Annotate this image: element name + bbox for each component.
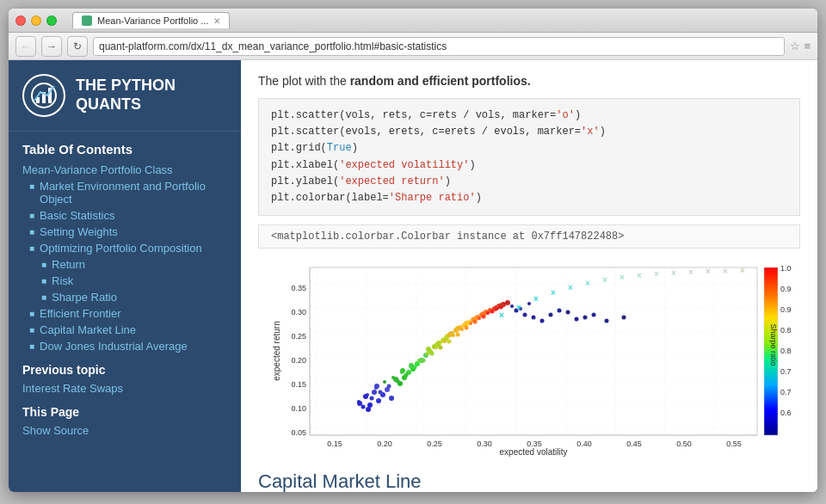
svg-point-90 — [540, 319, 545, 323]
sidebar-link-djia[interactable]: Dow Jones Industrial Average — [40, 340, 188, 353]
minimize-button[interactable] — [31, 15, 41, 26]
bullet-icon: ■ — [29, 227, 34, 237]
sidebar-item-main-link[interactable]: Mean-Variance Portfolio Class — [9, 162, 241, 178]
svg-point-81 — [435, 346, 438, 349]
svg-point-41 — [464, 321, 469, 326]
svg-point-95 — [532, 316, 536, 320]
svg-text:0.20: 0.20 — [377, 439, 392, 448]
refresh-button[interactable]: ↻ — [67, 36, 88, 57]
output-block: <matplotlib.colorbar.Colorbar instance a… — [258, 224, 800, 249]
refresh-icon: ↻ — [73, 40, 82, 52]
svg-point-72 — [357, 400, 361, 403]
svg-point-91 — [558, 309, 562, 313]
sidebar-item-cml[interactable]: ■ Capital Market Line — [9, 322, 241, 338]
sidebar-item-market-env[interactable]: ■ Market Environment and Portfolio Objec… — [9, 178, 241, 207]
toc-title: Table Of Contents — [9, 132, 241, 162]
svg-point-78 — [409, 365, 412, 368]
back-button[interactable]: ← — [15, 36, 36, 57]
bullet-icon: ■ — [29, 325, 34, 335]
svg-text:0.90: 0.90 — [780, 305, 792, 314]
svg-text:0.30: 0.30 — [291, 308, 306, 317]
svg-point-67 — [465, 326, 469, 330]
svg-text:0.35: 0.35 — [291, 284, 306, 292]
svg-text:×: × — [740, 266, 745, 275]
intro-text: The plot with the — [258, 74, 350, 88]
svg-text:0.75: 0.75 — [780, 367, 792, 376]
svg-text:expected volatility: expected volatility — [500, 447, 568, 457]
svg-point-9 — [372, 390, 377, 395]
sidebar-item-risk[interactable]: ■ Risk — [9, 273, 241, 289]
sidebar-link-risk[interactable]: Risk — [52, 274, 73, 287]
section-heading: Capital Market Line — [258, 470, 800, 492]
svg-point-57 — [379, 390, 383, 395]
sidebar-link-cml[interactable]: Capital Market Line — [40, 323, 136, 336]
svg-text:0.15: 0.15 — [291, 380, 306, 389]
sidebar: THE PYTHON QUANTS Table Of Contents Mean… — [9, 60, 241, 492]
tab-bar: Mean-Variance Portfolio ... ✕ — [72, 12, 230, 28]
close-button[interactable] — [15, 15, 26, 26]
sidebar-logo: THE PYTHON QUANTS — [9, 60, 241, 132]
svg-point-58 — [387, 384, 391, 389]
svg-point-64 — [439, 346, 443, 350]
navbar: ← → ↻ quant-platform.com/dx/11_dx_mean_v… — [9, 33, 817, 60]
svg-point-87 — [486, 311, 490, 315]
sidebar-link-optimizing[interactable]: Optimizing Portfolio Composition — [40, 242, 202, 255]
sidebar-item-basic-stats[interactable]: ■ Basic Statistics — [9, 207, 241, 224]
svg-text:0.45: 0.45 — [626, 439, 642, 448]
sidebar-item-djia[interactable]: ■ Dow Jones Industrial Average — [9, 338, 241, 354]
bookmark-icon[interactable]: ☆ — [790, 40, 800, 52]
this-page-title: This Page — [9, 396, 241, 422]
svg-text:1.00: 1.00 — [780, 264, 792, 273]
svg-point-66 — [456, 333, 460, 337]
svg-text:×: × — [602, 275, 607, 285]
bullet-icon: ■ — [29, 211, 34, 220]
svg-text:0.80: 0.80 — [780, 347, 792, 355]
svg-text:×: × — [533, 294, 539, 304]
main-link[interactable]: Mean-Variance Portfolio Class — [22, 163, 173, 176]
svg-point-70 — [490, 310, 495, 314]
svg-point-59 — [396, 379, 400, 384]
svg-point-79 — [417, 359, 421, 362]
forward-button[interactable]: → — [41, 36, 62, 57]
chart-svg: × × × × × × × × × × × × × × × — [267, 259, 792, 457]
url-text: quant-platform.com/dx/11_dx_mean_varianc… — [99, 40, 447, 52]
back-icon: ← — [21, 40, 31, 52]
svg-point-40 — [455, 326, 460, 331]
address-bar[interactable]: quant-platform.com/dx/11_dx_mean_varianc… — [93, 37, 785, 56]
sidebar-link-basic-stats[interactable]: Basic Statistics — [40, 209, 114, 222]
prev-topic-link[interactable]: Interest Rate Swaps — [22, 382, 123, 395]
main-layout: THE PYTHON QUANTS Table Of Contents Mean… — [9, 60, 817, 492]
sidebar-show-source[interactable]: Show Source — [9, 422, 241, 439]
svg-point-86 — [478, 317, 481, 320]
sidebar-link-market-env[interactable]: Market Environment and Portfolio Object — [40, 180, 227, 206]
svg-point-31 — [426, 347, 431, 352]
svg-point-56 — [370, 396, 374, 401]
svg-point-93 — [592, 313, 596, 317]
sidebar-link-sharpe[interactable]: Sharpe Ratio — [52, 291, 117, 304]
svg-point-68 — [473, 320, 478, 324]
sidebar-link-return[interactable]: Return — [52, 258, 85, 271]
maximize-button[interactable] — [46, 15, 57, 26]
show-source-link[interactable]: Show Source — [22, 424, 89, 437]
content-intro: The plot with the random and efficient p… — [258, 74, 800, 88]
sidebar-item-optimizing[interactable]: ■ Optimizing Portfolio Composition — [9, 240, 241, 256]
sidebar-link-efficient-frontier[interactable]: Efficient Frontier — [40, 307, 120, 320]
svg-point-63 — [430, 352, 435, 356]
sidebar-item-sharpe[interactable]: ■ Sharpe Ratio — [9, 289, 241, 305]
sidebar-link-setting-weights[interactable]: Setting Weights — [40, 225, 118, 238]
sidebar-item-efficient-frontier[interactable]: ■ Efficient Frontier — [9, 305, 241, 322]
browser-window: Mean-Variance Portfolio ... ✕ ← → ↻ quan… — [9, 9, 817, 492]
sidebar-item-return[interactable]: ■ Return — [9, 256, 241, 273]
sidebar-prev-topic[interactable]: Interest Rate Swaps — [9, 380, 241, 396]
svg-point-74 — [374, 386, 378, 390]
svg-text:0.55: 0.55 — [726, 439, 742, 448]
svg-text:×: × — [654, 269, 659, 279]
sidebar-item-setting-weights[interactable]: ■ Setting Weights — [9, 224, 241, 240]
svg-text:Sharpe ratio: Sharpe ratio — [769, 324, 778, 366]
bullet-icon: ■ — [41, 292, 46, 302]
bullet-icon: ■ — [41, 260, 46, 269]
tab-close-icon[interactable]: ✕ — [213, 16, 220, 26]
menu-icon[interactable]: ≡ — [804, 40, 811, 52]
browser-tab[interactable]: Mean-Variance Portfolio ... ✕ — [72, 12, 230, 28]
svg-point-7 — [376, 398, 381, 403]
